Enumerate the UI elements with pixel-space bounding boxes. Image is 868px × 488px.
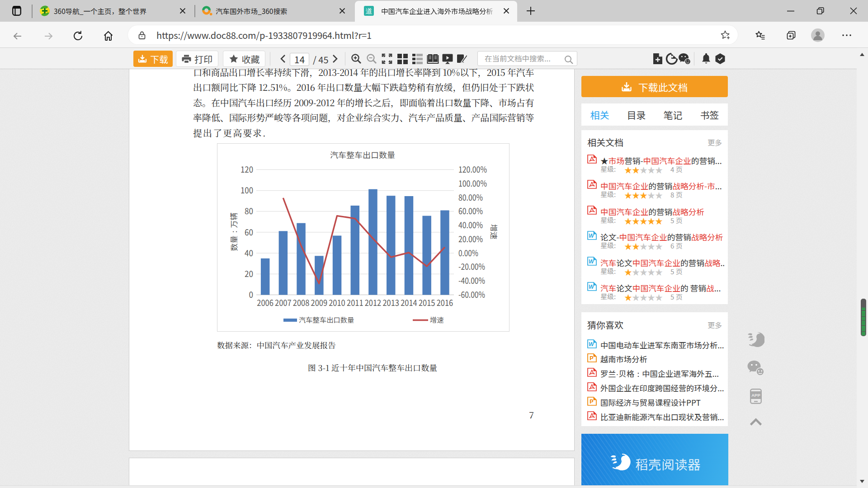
- svg-text:40: 40: [245, 246, 253, 258]
- svg-text:20.00%: 20.00%: [458, 232, 483, 244]
- svg-text:80.00%: 80.00%: [458, 191, 483, 203]
- svg-text:2010: 2010: [329, 296, 345, 308]
- svg-text:汽车整车出口数量: 汽车整车出口数量: [299, 314, 354, 324]
- svg-text:80: 80: [245, 204, 253, 216]
- svg-text:-60.00%: -60.00%: [458, 288, 485, 300]
- svg-text:2009: 2009: [311, 296, 328, 308]
- svg-text:W: W: [589, 284, 594, 290]
- svg-text:数量：万辆: 数量：万辆: [228, 213, 239, 251]
- svg-text:2006: 2006: [257, 296, 274, 308]
- svg-text:P: P: [590, 399, 593, 405]
- svg-text:2007: 2007: [275, 296, 292, 308]
- svg-text:W: W: [589, 341, 594, 347]
- svg-text:2012: 2012: [365, 296, 382, 308]
- svg-text:2016: 2016: [437, 296, 453, 308]
- svg-text:APP: APP: [751, 393, 760, 398]
- svg-text:W: W: [589, 258, 594, 265]
- svg-text:道: 道: [366, 6, 373, 15]
- svg-text:60.00%: 60.00%: [458, 204, 483, 216]
- svg-text:120.00%: 120.00%: [458, 163, 487, 175]
- svg-text:20: 20: [245, 267, 253, 279]
- svg-text:0.00%: 0.00%: [458, 246, 478, 258]
- svg-text:P: P: [590, 355, 593, 361]
- svg-text:0: 0: [249, 288, 254, 300]
- svg-text:-20.00%: -20.00%: [458, 260, 485, 272]
- svg-text:增速: 增速: [489, 224, 500, 239]
- svg-text:2008: 2008: [293, 296, 310, 308]
- svg-text:增速: 增速: [430, 314, 444, 324]
- svg-text:100.00%: 100.00%: [458, 177, 487, 189]
- svg-text:-40.00%: -40.00%: [458, 274, 485, 286]
- svg-text:汽车整车出口数量: 汽车整车出口数量: [330, 149, 395, 160]
- svg-text:2011: 2011: [347, 296, 363, 308]
- svg-text:120: 120: [241, 163, 253, 175]
- svg-text:40.00%: 40.00%: [458, 218, 483, 230]
- svg-text:60: 60: [245, 225, 253, 238]
- svg-text:2013: 2013: [382, 296, 399, 308]
- svg-text:100: 100: [241, 183, 253, 196]
- svg-text:W: W: [589, 233, 594, 239]
- svg-text:2015: 2015: [419, 296, 435, 308]
- svg-text:2014: 2014: [401, 296, 417, 308]
